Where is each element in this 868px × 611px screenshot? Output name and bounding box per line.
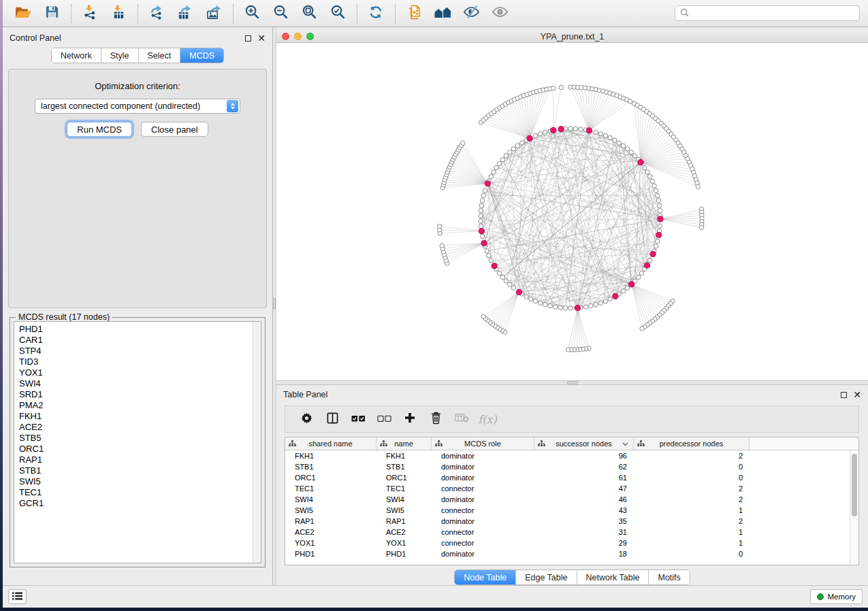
close-panel-button[interactable]: Close panel: [141, 122, 208, 137]
import-network-button[interactable]: [78, 3, 102, 24]
network-window-titlebar[interactable]: YPA_prune.txt_1: [276, 31, 868, 43]
result-list-scrollbar[interactable]: [253, 322, 261, 563]
table-cell[interactable]: TEC1: [285, 483, 376, 494]
memory-button[interactable]: Memory: [810, 589, 863, 604]
clone-network-button[interactable]: [402, 3, 426, 24]
tab-node-table[interactable]: Node Table: [455, 570, 516, 584]
scrollbar-thumb[interactable]: [852, 454, 857, 516]
table-cell[interactable]: 1: [634, 505, 750, 516]
table-row[interactable]: STB1STB1dominator620: [285, 461, 858, 472]
table-cell[interactable]: TEC1: [376, 483, 432, 494]
tab-mcds[interactable]: MCDS: [180, 48, 223, 63]
table-cell[interactable]: 18: [534, 548, 634, 559]
table-cell[interactable]: dominator: [432, 516, 534, 527]
mcds-result-item[interactable]: CAR1: [19, 335, 253, 346]
column-header-successor-nodes[interactable]: successor nodes: [534, 437, 634, 450]
table-cell[interactable]: SWI4: [376, 494, 432, 505]
add-column-button[interactable]: [397, 409, 423, 429]
table-cell[interactable]: 47: [534, 483, 634, 494]
mcds-result-item[interactable]: PMA2: [19, 400, 253, 411]
table-cell[interactable]: connector: [432, 483, 534, 494]
save-button[interactable]: [39, 3, 64, 24]
table-cell[interactable]: 2: [634, 516, 750, 527]
network-canvas[interactable]: [276, 43, 868, 380]
table-cell[interactable]: SWI4: [285, 494, 376, 505]
table-cell[interactable]: RAP1: [285, 516, 376, 527]
table-cell[interactable]: dominator: [432, 461, 534, 472]
open-file-button[interactable]: [11, 3, 35, 24]
table-row[interactable]: RAP1RAP1dominator352: [285, 516, 858, 527]
table-row[interactable]: PHD1PHD1dominator180: [285, 548, 858, 559]
table-cell[interactable]: 1: [634, 527, 750, 538]
table-cell[interactable]: 2: [634, 494, 750, 505]
export-network-button[interactable]: [144, 3, 169, 24]
mcds-result-item[interactable]: STB1: [19, 465, 253, 476]
float-panel-icon[interactable]: [841, 392, 847, 398]
mcds-result-item[interactable]: PHD1: [19, 324, 253, 335]
table-cell[interactable]: SWI5: [285, 505, 376, 516]
mcds-result-item[interactable]: FKH1: [19, 411, 253, 422]
zoom-in-button[interactable]: [240, 3, 264, 24]
table-cell[interactable]: YOX1: [376, 538, 432, 548]
table-cell[interactable]: 0: [634, 461, 750, 472]
table-row[interactable]: SWI5SWI5connector431: [285, 505, 858, 516]
mcds-result-item[interactable]: TEC1: [19, 487, 253, 498]
run-mcds-button[interactable]: Run MCDS: [67, 122, 132, 137]
tab-select[interactable]: Select: [139, 48, 181, 63]
table-cell[interactable]: 1: [634, 538, 750, 548]
select-all-button[interactable]: [345, 409, 371, 429]
close-panel-icon[interactable]: ✕: [853, 391, 861, 398]
table-cell[interactable]: dominator: [432, 472, 534, 483]
close-panel-icon[interactable]: ✕: [257, 35, 266, 42]
deselect-all-button[interactable]: [371, 409, 397, 429]
mcds-result-item[interactable]: RAP1: [19, 455, 253, 465]
mcds-result-item[interactable]: ACE2: [19, 422, 253, 433]
table-row[interactable]: SWI4SWI4dominator462: [285, 494, 858, 505]
zoom-selected-button[interactable]: [325, 3, 350, 24]
column-header-predecessor-nodes[interactable]: predecessor nodes: [634, 437, 750, 450]
table-cell[interactable]: 0: [634, 548, 750, 559]
column-header-shared-name[interactable]: shared name: [285, 437, 376, 450]
table-cell[interactable]: 43: [534, 505, 634, 516]
table-cell[interactable]: PHD1: [376, 548, 432, 559]
mcds-result-item[interactable]: GCR1: [19, 498, 253, 509]
table-cell[interactable]: connector: [432, 527, 534, 538]
show-graphics-details-button[interactable]: [487, 3, 512, 24]
mcds-result-item[interactable]: YOX1: [19, 367, 253, 378]
table-row[interactable]: FKH1FKH1dominator962: [285, 450, 858, 461]
table-cell[interactable]: STB1: [285, 461, 376, 472]
column-header-name[interactable]: name: [376, 437, 432, 450]
table-settings-button[interactable]: [293, 409, 319, 429]
table-cell[interactable]: 35: [534, 516, 634, 527]
table-cell[interactable]: 61: [534, 472, 634, 483]
mcds-result-item[interactable]: SWI4: [19, 378, 253, 389]
table-row[interactable]: ORC1ORC1dominator610: [285, 472, 858, 483]
table-cell[interactable]: STB1: [376, 461, 432, 472]
search-field[interactable]: [675, 5, 860, 21]
table-row[interactable]: ACE2ACE2connector311: [285, 527, 858, 538]
table-cell[interactable]: FKH1: [376, 450, 432, 461]
horizontal-splitter[interactable]: [276, 380, 868, 385]
table-cell[interactable]: YOX1: [285, 538, 376, 548]
mcds-result-item[interactable]: STB5: [19, 433, 253, 444]
table-cell[interactable]: FKH1: [285, 450, 376, 461]
table-cell[interactable]: 2: [634, 450, 750, 461]
table-cell[interactable]: ORC1: [376, 472, 432, 483]
table-scrollbar[interactable]: [850, 451, 858, 564]
table-row[interactable]: YOX1YOX1connector291: [285, 538, 858, 548]
table-cell[interactable]: 31: [534, 527, 634, 538]
tab-network-table[interactable]: Network Table: [577, 570, 649, 584]
table-cell[interactable]: SWI5: [376, 505, 432, 516]
delete-column-button[interactable]: [423, 409, 449, 429]
table-row[interactable]: TEC1TEC1connector472: [285, 483, 858, 494]
table-cell[interactable]: dominator: [432, 548, 534, 559]
tab-edge-table[interactable]: Edge Table: [516, 570, 577, 584]
show-columns-button[interactable]: [319, 409, 345, 429]
table-cell[interactable]: 62: [534, 461, 634, 472]
criterion-dropdown[interactable]: largest connected component (undirected): [35, 99, 240, 114]
tab-motifs[interactable]: Motifs: [649, 570, 689, 584]
tab-network[interactable]: Network: [52, 48, 101, 63]
mcds-result-item[interactable]: SRD1: [19, 389, 253, 400]
table-cell[interactable]: dominator: [432, 450, 534, 461]
import-table-button[interactable]: [106, 3, 131, 24]
